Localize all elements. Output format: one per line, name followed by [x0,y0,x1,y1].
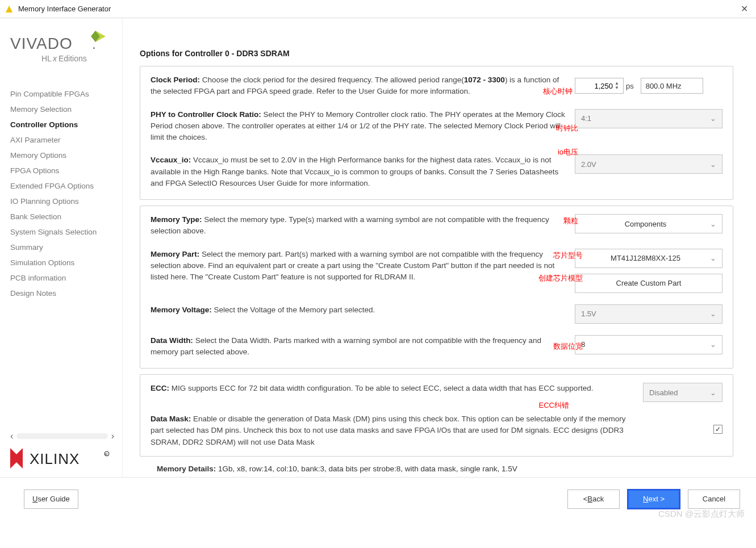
svg-text:XILINX: XILINX [30,450,80,467]
memtype-select[interactable]: Components ⌄ [575,214,722,233]
chevron-down-icon: ⌄ [710,220,716,228]
mempart-desc: Memory Part: Select the memory part. Par… [151,249,575,293]
svg-text:x: x [52,54,57,63]
clock-period-controls: ▲▼ ps 800.0 MHz [575,74,722,98]
memtype-value: Components [625,220,667,228]
datawidth-select[interactable]: 8 ⌄ [575,335,722,354]
sidebar: VIVADO . HL x Editions Pin Compatible FP… [0,18,123,477]
nav-simulation-options[interactable]: Simulation Options [10,255,122,270]
datawidth-desc: Data Width: Select the Data Width. Parts… [151,335,575,358]
anno-memtype: 颗粒 [563,215,578,227]
nav-list: Pin Compatible FPGAs Memory Selection Co… [10,86,122,429]
chevron-down-icon: ⌄ [710,254,716,262]
vccaux-select[interactable]: 2.0V ⌄ [575,154,722,174]
scroll-right-icon[interactable]: › [111,431,114,441]
svg-text:HL: HL [41,54,52,63]
cancel-button[interactable]: Cancel [688,490,740,509]
panel-memory: Memory Type: Select the memory type. Typ… [140,206,733,369]
clock-period-spinner[interactable]: ▲▼ [575,78,619,94]
user-guide-button[interactable]: User Guide [24,490,78,509]
anno-clock: 核心时钟 [543,86,573,97]
chevron-down-icon: ⌄ [710,388,716,397]
nav-memory-selection[interactable]: Memory Selection [10,102,122,117]
app-icon [5,5,14,14]
vccaux-value: 2.0V [581,160,596,169]
chevron-down-icon: ⌄ [710,160,716,169]
memvolt-desc: Memory Voltage: Select the Voltage of th… [151,304,575,324]
footer: User Guide < Back Next > Cancel [0,477,756,520]
anno-vccaux: io电压 [558,147,578,158]
chevron-down-icon: ⌄ [710,309,716,318]
memvolt-select[interactable]: 1.5V ⌄ [575,304,722,324]
scroll-left-icon[interactable]: ‹ [10,431,13,441]
titlebar: Memory Interface Generator ✕ [0,0,756,18]
ecc-desc: ECC: MIG supports ECC for 72 bit data wi… [151,383,643,402]
panel-clock-vccaux: Clock Period: Choose the clock period fo… [140,66,733,200]
content: Options for Controller 0 - DDR3 SDRAM Cl… [123,18,756,477]
svg-text:VIVADO: VIVADO [10,35,73,52]
ecc-select[interactable]: Disabled ⌄ [643,383,722,402]
back-button[interactable]: < Back [567,490,620,509]
clock-period-desc: Clock Period: Choose the clock period fo… [151,74,575,98]
options-scroll[interactable]: Clock Period: Choose the clock period fo… [140,66,739,458]
mempart-value: MT41J128M8XX-125 [611,254,680,262]
nav-summary[interactable]: Summary [10,240,122,255]
spinner-arrows-icon[interactable]: ▲▼ [615,81,619,90]
chevron-down-icon: ⌄ [710,114,716,123]
ratio-value: 4:1 [581,114,591,123]
mempart-select[interactable]: MT41J128M8XX-125 ⌄ [575,249,722,268]
nav-pcb-info[interactable]: PCB information [10,270,122,286]
vivado-logo: VIVADO . HL x Editions [10,26,122,72]
anno-custom-part: 创建芯片模型 [538,273,583,284]
nav-system-signals[interactable]: System Signals Selection [10,224,122,240]
nav-axi-parameter[interactable]: AXI Parameter [10,132,122,148]
vccaux-desc: Vccaux_io: Vccaux_io must be set to 2.0V… [151,154,575,189]
close-icon[interactable]: ✕ [737,3,751,14]
nav-controller-options[interactable]: Controller Options [10,117,122,132]
nav-fpga-options[interactable]: FPGA Options [10,163,122,178]
nav-pin-compatible[interactable]: Pin Compatible FPGAs [10,86,122,102]
svg-text:Editions: Editions [59,54,87,63]
scroll-track[interactable] [16,433,107,439]
memtype-desc: Memory Type: Select the memory type. Typ… [151,214,575,237]
svg-marker-0 [6,6,12,12]
ratio-select[interactable]: 4:1 ⌄ [575,109,722,128]
panel-ecc-mask: ECC: MIG supports ECC for 72 bit data wi… [140,374,733,457]
nav-design-notes[interactable]: Design Notes [10,286,122,301]
svg-marker-9 [12,448,23,468]
nav-memory-options[interactable]: Memory Options [10,148,122,163]
chevron-down-icon: ⌄ [710,340,716,349]
anno-ratio: 时钟比 [556,123,578,134]
sidebar-scrollbar[interactable]: ‹ › [10,431,122,441]
anno-datawidth: 数据位宽 [553,341,583,352]
memvolt-value: 1.5V [581,309,596,318]
clock-freq-readout: 800.0 MHz [641,78,703,94]
memory-details: Memory Details: 1Gb, x8, row:14, col:10,… [140,458,739,477]
page-title: Options for Controller 0 - DDR3 SDRAM [140,49,739,58]
xilinx-logo: XILINX R [10,445,122,471]
datamask-checkbox[interactable]: ✓ [713,425,722,434]
create-custom-part-button[interactable]: Create Custom Part [575,274,722,293]
window-title: Memory Interface Generator [18,5,737,13]
nav-extended-fpga[interactable]: Extended FPGA Options [10,178,122,194]
nav-io-planning[interactable]: IO Planning Options [10,194,122,209]
ecc-value: Disabled [649,388,678,397]
ratio-desc: PHY to Controller Clock Ratio: Select th… [151,109,575,144]
next-button[interactable]: Next > [628,490,680,509]
svg-text:R: R [105,453,108,456]
anno-ecc: ECC纠错 [539,400,569,411]
anno-mempart: 芯片型号 [553,250,583,261]
nav-bank-selection[interactable]: Bank Selection [10,209,122,224]
datamask-desc: Data Mask: Enable or disable the generat… [151,413,643,448]
clock-unit: ps [626,82,634,90]
